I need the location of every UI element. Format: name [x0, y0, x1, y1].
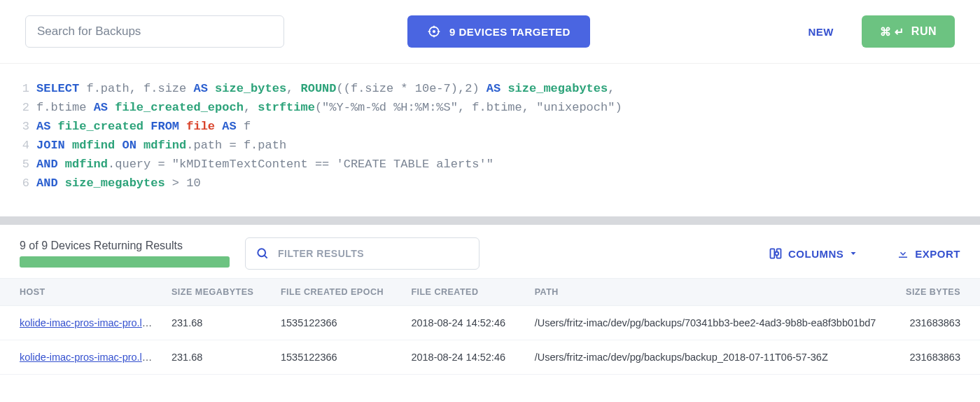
code-content[interactable]: AS file_created FROM file AS f	[36, 117, 251, 136]
results-table: HOST SIZE MEGABYTES FILE CREATED EPOCH F…	[0, 278, 980, 375]
col-header-size-bytes[interactable]: SIZE BYTES	[895, 279, 980, 306]
cell-size-mb: 231.68	[163, 306, 272, 340]
cell-created: 2018-08-24 14:52:46	[402, 306, 526, 340]
run-label: RUN	[911, 25, 937, 38]
columns-icon	[769, 247, 783, 261]
filter-results-wrap[interactable]	[245, 237, 479, 270]
chevron-down-icon	[849, 249, 858, 258]
search-icon	[255, 247, 270, 261]
svg-rect-8	[770, 249, 774, 258]
host-link[interactable]: kolide-imac-pros-imac-pro.local	[20, 352, 160, 363]
cell-path: /Users/fritz-imac/dev/pg/backups/70341bb…	[526, 306, 895, 340]
code-content[interactable]: AND mdfind.query = "kMDItemTextContent =…	[36, 155, 493, 174]
new-button[interactable]: NEW	[808, 26, 834, 38]
table-row: kolide-imac-pros-imac-pro.local231.68153…	[0, 306, 980, 340]
svg-line-7	[265, 256, 267, 258]
cell-size-bytes: 231683863	[895, 306, 980, 340]
cell-created: 2018-08-24 14:52:46	[402, 340, 526, 375]
code-content[interactable]: f.btime AS file_created_epoch, strftime(…	[36, 98, 622, 117]
line-number: 4	[14, 136, 29, 155]
cell-size-mb: 231.68	[163, 340, 272, 375]
sql-line[interactable]: 6AND size_megabytes > 10	[14, 174, 966, 193]
search-input[interactable]	[25, 15, 284, 48]
code-content[interactable]: AND size_megabytes > 10	[36, 174, 201, 193]
run-button[interactable]: ⌘ ↵ RUN	[862, 15, 955, 48]
sql-line[interactable]: 4JOIN mdfind ON mdfind.path = f.path	[14, 136, 966, 155]
columns-label: COLUMNS	[788, 248, 844, 260]
line-number: 5	[14, 155, 29, 174]
code-content[interactable]: JOIN mdfind ON mdfind.path = f.path	[36, 136, 286, 155]
line-number: 3	[14, 117, 29, 136]
svg-point-10	[775, 252, 778, 256]
cell-path: /Users/fritz-imac/dev/pg/backups/backup_…	[526, 340, 895, 375]
line-number: 1	[14, 79, 29, 98]
sql-line[interactable]: 5AND mdfind.query = "kMDItemTextContent …	[14, 155, 966, 174]
filter-results-input[interactable]	[278, 248, 469, 259]
results-toolbar: 9 of 9 Devices Returning Results COLUMNS	[0, 225, 980, 278]
sql-line[interactable]: 3AS file_created FROM file AS f	[14, 117, 966, 136]
svg-point-1	[433, 31, 435, 33]
devices-targeted-label: 9 DEVICES TARGETED	[449, 26, 570, 38]
cell-host[interactable]: kolide-imac-pros-imac-pro.local	[0, 306, 163, 340]
col-header-created[interactable]: FILE CREATED	[402, 279, 526, 306]
col-header-size-mb[interactable]: SIZE MEGABYTES	[163, 279, 272, 306]
line-number: 2	[14, 98, 29, 117]
sql-line[interactable]: 1SELECT f.path, f.size AS size_bytes, RO…	[14, 79, 966, 98]
download-icon	[897, 247, 909, 260]
results-status: 9 of 9 Devices Returning Results	[20, 240, 230, 252]
col-header-host[interactable]: HOST	[0, 279, 163, 306]
line-number: 6	[14, 174, 29, 193]
target-icon	[427, 25, 441, 39]
svg-point-6	[258, 249, 265, 256]
results-progress	[20, 256, 230, 268]
sql-line[interactable]: 2f.btime AS file_created_epoch, strftime…	[14, 98, 966, 117]
columns-button[interactable]: COLUMNS	[769, 247, 858, 261]
cell-epoch: 1535122366	[272, 306, 402, 340]
cell-host[interactable]: kolide-imac-pros-imac-pro.local	[0, 340, 163, 375]
table-row: kolide-imac-pros-imac-pro.local231.68153…	[0, 340, 980, 375]
cell-size-bytes: 231683863	[895, 340, 980, 375]
col-header-path[interactable]: PATH	[526, 279, 895, 306]
section-divider	[0, 216, 980, 225]
code-content[interactable]: SELECT f.path, f.size AS size_bytes, ROU…	[36, 79, 615, 98]
export-label: EXPORT	[915, 248, 960, 260]
cell-epoch: 1535122366	[272, 340, 402, 375]
devices-targeted-button[interactable]: 9 DEVICES TARGETED	[407, 15, 590, 48]
sql-editor[interactable]: 1SELECT f.path, f.size AS size_bytes, RO…	[0, 64, 980, 216]
run-shortcut: ⌘ ↵	[880, 25, 904, 39]
top-toolbar: 9 DEVICES TARGETED NEW ⌘ ↵ RUN	[0, 0, 980, 64]
host-link[interactable]: kolide-imac-pros-imac-pro.local	[20, 317, 160, 328]
export-button[interactable]: EXPORT	[897, 247, 960, 260]
col-header-epoch[interactable]: FILE CREATED EPOCH	[272, 279, 402, 306]
